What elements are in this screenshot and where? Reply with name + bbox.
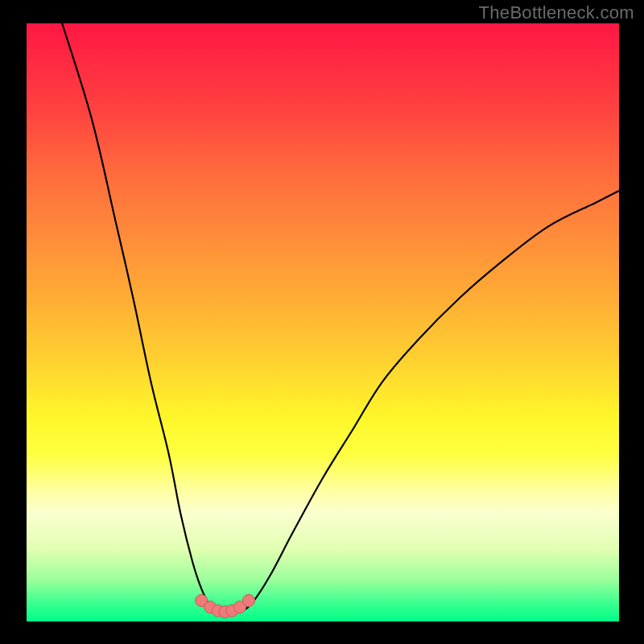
right-curve: [240, 191, 619, 613]
bottom-dots-group: [196, 594, 255, 617]
bottom-dot: [243, 594, 255, 606]
chart-svg: [27, 23, 619, 621]
chart-frame: TheBottleneck.com: [0, 0, 644, 644]
watermark-label: TheBottleneck.com: [479, 2, 634, 23]
plot-area: [27, 23, 619, 621]
left-curve: [62, 23, 216, 613]
